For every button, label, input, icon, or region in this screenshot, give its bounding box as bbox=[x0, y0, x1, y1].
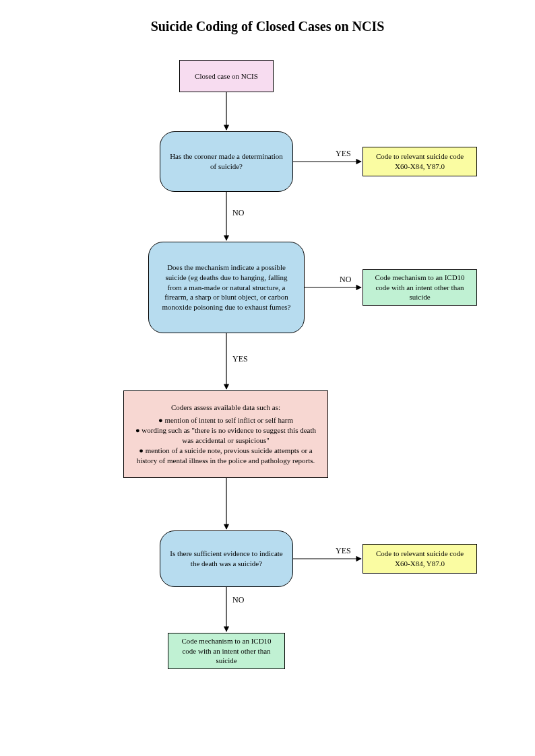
assess-content: Coders assess available data such as: ● … bbox=[131, 403, 321, 465]
node-q2: Does the mechanism indicate a possible s… bbox=[148, 242, 305, 333]
label-q3-yes: YES bbox=[336, 546, 351, 556]
node-r4: Code mechanism to an ICD10 code with an … bbox=[168, 633, 285, 669]
label-q1-no: NO bbox=[232, 208, 244, 218]
node-q1: Has the coroner made a determination of … bbox=[160, 131, 293, 192]
label-q2-no: NO bbox=[340, 275, 351, 285]
assess-header: Coders assess available data such as: bbox=[131, 403, 321, 413]
node-start: Closed case on NCIS bbox=[179, 60, 274, 92]
node-r2: Code mechanism to an ICD10 code with an … bbox=[363, 269, 477, 306]
page-title: Suicide Coding of Closed Cases on NCIS bbox=[0, 19, 535, 34]
label-q2-yes: YES bbox=[232, 354, 248, 364]
node-assess: Coders assess available data such as: ● … bbox=[123, 390, 328, 478]
node-r3-text: Code to relevant suicide code X60-X84, Y… bbox=[370, 549, 470, 569]
assess-bullet-3: ● mention of a suicide note, previous su… bbox=[131, 446, 321, 466]
assess-bullet-1: ● mention of intent to self inflict or s… bbox=[131, 415, 321, 425]
node-q1-text: Has the coroner made a determination of … bbox=[167, 151, 286, 172]
node-r3: Code to relevant suicide code X60-X84, Y… bbox=[363, 544, 477, 574]
node-r1-text: Code to relevant suicide code X60-X84, Y… bbox=[370, 151, 470, 172]
label-q3-no: NO bbox=[232, 595, 244, 605]
node-q3-text: Is there sufficient evidence to indicate… bbox=[167, 549, 286, 569]
node-r1: Code to relevant suicide code X60-X84, Y… bbox=[363, 147, 477, 176]
assess-bullet-2: ● wording such as "there is no evidence … bbox=[131, 425, 321, 446]
node-r4-text: Code mechanism to an ICD10 code with an … bbox=[175, 636, 278, 666]
node-r2-text: Code mechanism to an ICD10 code with an … bbox=[370, 273, 470, 303]
node-start-text: Closed case on NCIS bbox=[195, 71, 258, 81]
node-q3: Is there sufficient evidence to indicate… bbox=[160, 530, 293, 587]
node-q2-text: Does the mechanism indicate a possible s… bbox=[156, 263, 297, 312]
label-q1-yes: YES bbox=[336, 149, 351, 159]
